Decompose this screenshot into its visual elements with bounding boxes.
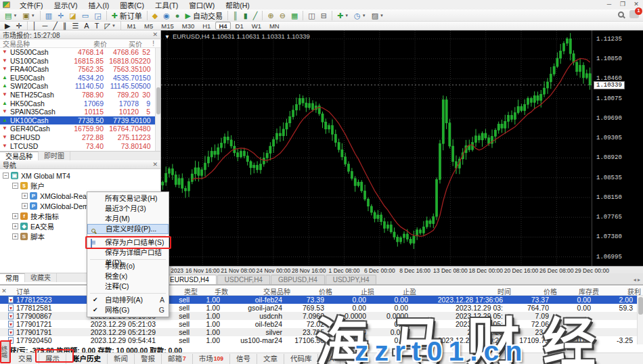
- menu-item-注释[interactable]: 注释(C): [87, 281, 169, 292]
- community-button[interactable]: ●: [173, 10, 182, 21]
- timeframe-M15[interactable]: M15: [158, 22, 177, 30]
- market-watch-row[interactable]: ▼GER40Cash16759.9016764.70480: [0, 124, 160, 133]
- text-tool[interactable]: A: [82, 20, 91, 31]
- terminal-tab-EA[interactable]: EA: [318, 354, 340, 364]
- nav-tab-常用[interactable]: 常用: [0, 273, 25, 282]
- history-column-11[interactable]: 获利: [599, 286, 641, 296]
- channel-tool[interactable]: ∥: [61, 20, 69, 31]
- tree-expander[interactable]: +: [22, 193, 28, 199]
- timeframe-H4[interactable]: H4: [215, 22, 230, 30]
- tree-item[interactable]: −▣XM Global MT4: [0, 170, 160, 181]
- terminal-tab-代码库[interactable]: 代码库: [284, 354, 319, 364]
- chart-tab-EURUSD,H4[interactable]: EURUSD,H4: [162, 275, 217, 284]
- market-watch-row[interactable]: ▼US100Cash16815.8516818.05220: [0, 57, 160, 66]
- tree-expander[interactable]: +: [12, 213, 18, 219]
- history-row[interactable]: 1779204502023.12.29 09:54:41sell1.00us10…: [0, 336, 643, 344]
- candlestick-chart[interactable]: [161, 30, 592, 266]
- menu-item-最近3个月[interactable]: 最近3个月(3): [87, 204, 169, 214]
- timeframe-H1[interactable]: H1: [199, 22, 214, 30]
- history-column-6[interactable]: 止损: [332, 286, 374, 296]
- history-row[interactable]: 1779017212023.12.29 05:21:03sell1.00oil-…: [0, 320, 643, 328]
- market-watch-row[interactable]: ▼BCHUSD272.88275.11223: [0, 133, 160, 142]
- history-column-8[interactable]: 时间: [416, 286, 511, 296]
- menu-item-保存为户口结单[interactable]: 保存为户口结单(S): [87, 237, 169, 248]
- market-watch-row[interactable]: ▼NETH25Cash788.90789.2030: [0, 91, 160, 99]
- chart-tab-USDJPY,H4[interactable]: USDJPY,H4: [326, 275, 377, 284]
- new-order-button[interactable]: ✚新订单: [110, 10, 144, 21]
- market-watch-button[interactable]: ▥: [43, 10, 54, 21]
- terminal-tab-文章[interactable]: 文章: [257, 354, 284, 364]
- mql5-profile-button[interactable]: ◉: [161, 10, 172, 21]
- timeframe-M5[interactable]: M5: [141, 22, 156, 30]
- metaeditor-button[interactable]: ◆: [150, 10, 160, 21]
- search-icon[interactable]: [618, 12, 624, 18]
- column-symbol[interactable]: 交易品种: [0, 39, 68, 49]
- time-axis[interactable]: 14 Nov 202316 Nov 16:0021 Nov 08:0024 No…: [161, 266, 643, 273]
- history-column-4[interactable]: 交易品种: [228, 286, 290, 296]
- price-axis[interactable]: 1.112351.108501.104601.100751.096901.093…: [592, 30, 643, 266]
- history-column-5[interactable]: 价格: [290, 286, 332, 296]
- menu-item-税金[interactable]: 税金(x): [87, 271, 169, 281]
- market-watch-row[interactable]: ▼LTCUSD73.4073.80140: [0, 142, 160, 151]
- timeframe-MN[interactable]: MN: [266, 22, 283, 30]
- profiles-button[interactable]: ▣▼: [20, 10, 37, 21]
- market-watch-scrollbar[interactable]: [155, 48, 160, 151]
- chart-window[interactable]: ▼EURUSD,H4 1.10631 1.10631 1.10331 1.103…: [161, 30, 643, 284]
- candlestick-button[interactable]: ▮: [242, 10, 250, 21]
- chart-tab-GBPUSD,H4[interactable]: GBPUSD,H4: [271, 275, 325, 284]
- timeframe-M1[interactable]: M1: [124, 22, 139, 30]
- tab-scroll-arrows[interactable]: ◂ ▸: [634, 277, 643, 283]
- market-watch-row[interactable]: ▼SPAIN35Cash10115101205: [0, 108, 160, 116]
- navigator-button[interactable]: ◪: [67, 10, 78, 21]
- column-bid[interactable]: 卖价: [68, 39, 107, 49]
- history-row[interactable]: 1779017912023.12.29 05:21:29sell1.00silv…: [0, 328, 643, 336]
- menu-item-保存为详细户口结单[interactable]: 保存为详细户口结单(D): [87, 248, 169, 258]
- market-watch-close-icon[interactable]: ✕: [152, 31, 158, 38]
- fibonacci-tool[interactable]: ☰: [70, 20, 81, 31]
- bar-chart-button[interactable]: ║: [231, 10, 240, 21]
- arrange-vertical-button[interactable]: ◫: [306, 10, 317, 21]
- periods-button[interactable]: ◷▼: [352, 10, 368, 21]
- timeframe-D1[interactable]: D1: [232, 22, 247, 30]
- terminal-button[interactable]: ▭: [80, 10, 91, 21]
- arrange-horizontal-button[interactable]: ⊟: [319, 10, 329, 21]
- shapes-tool[interactable]: ◸▼: [102, 20, 117, 31]
- terminal-tab-警报[interactable]: 警报: [135, 354, 162, 364]
- tree-expander[interactable]: −: [12, 183, 18, 189]
- restore-button[interactable]: ❐: [618, 1, 627, 7]
- new-chart-button[interactable]: ▤▼: [3, 10, 19, 21]
- terminal-tab-交易[interactable]: 交易: [12, 354, 39, 364]
- terminal-tab-信号[interactable]: 信号: [230, 354, 257, 364]
- nav-tab-收藏夹[interactable]: 收藏夹: [25, 273, 57, 282]
- history-scrollbar[interactable]: [637, 296, 643, 344]
- column-ask[interactable]: 买价: [107, 39, 142, 49]
- mw-tab-即时图[interactable]: 即时图: [39, 152, 70, 160]
- terminal-tab-日志[interactable]: 日志: [340, 354, 368, 364]
- line-chart-button[interactable]: ╱: [251, 10, 260, 21]
- market-watch-row[interactable]: ▲EU50Cash4534.204535.70150: [0, 74, 160, 83]
- tile-windows-button[interactable]: ▦: [289, 10, 300, 21]
- market-watch-row[interactable]: ▲UK100Cash7738.507739.50100: [0, 116, 160, 125]
- templates-button[interactable]: ▨▼: [370, 10, 386, 21]
- tree-expander[interactable]: +: [22, 203, 28, 209]
- zoom-out-button[interactable]: ⊖: [278, 10, 288, 21]
- history-column-0[interactable]: 订单: [8, 286, 83, 296]
- market-watch-row[interactable]: ▲SWI20Cash11140.5011145.50500: [0, 82, 160, 91]
- tree-expander[interactable]: +: [12, 233, 18, 240]
- minimize-button[interactable]: ─: [604, 1, 614, 7]
- menu-item-手续费[interactable]: 手续费(o): [87, 261, 169, 271]
- terminal-vertical-tab[interactable]: 终端: [1, 341, 9, 363]
- autotrading-button[interactable]: ▶自动交易: [183, 10, 225, 21]
- terminal-tab-展示[interactable]: 展示: [39, 354, 66, 364]
- strategy-tester-button[interactable]: ◲: [92, 10, 103, 21]
- market-watch-row[interactable]: ▲HK50Cash17069170789: [0, 99, 160, 108]
- close-button[interactable]: ✕: [631, 1, 641, 7]
- timeframe-W1[interactable]: W1: [248, 22, 265, 30]
- tree-expander[interactable]: +: [12, 223, 18, 229]
- indicators-button[interactable]: ✚▼: [335, 10, 351, 21]
- tree-expander[interactable]: −: [3, 173, 9, 179]
- chart-tab-USDCHF,H4[interactable]: USDCHF,H4: [217, 275, 270, 284]
- terminal-tab-邮箱[interactable]: 邮箱7: [162, 354, 193, 364]
- menu-item-所有交易记录[interactable]: 所有交易记录(H): [87, 194, 169, 204]
- data-window-button[interactable]: ✛: [56, 10, 66, 21]
